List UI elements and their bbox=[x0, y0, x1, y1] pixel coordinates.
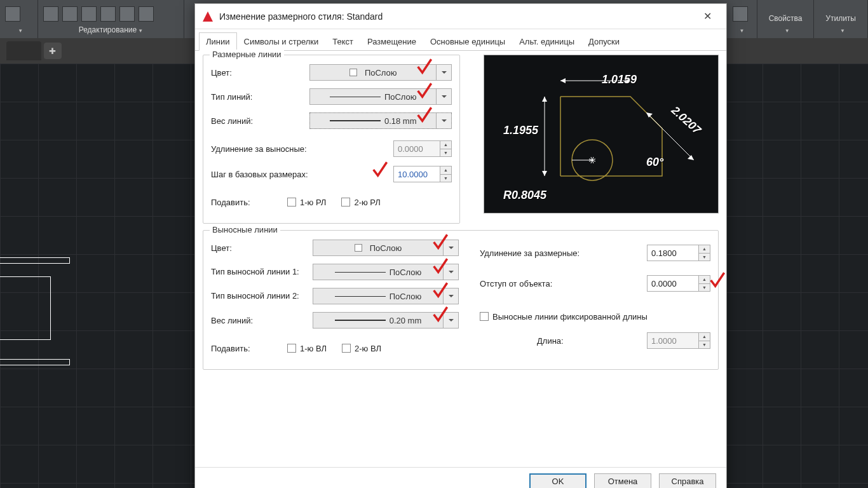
ribbon-tool-icon[interactable] bbox=[733, 6, 748, 22]
dialog-button-bar: OK Отмена Справка bbox=[195, 467, 726, 488]
spinner-up-icon[interactable]: ▲ bbox=[699, 245, 710, 254]
ribbon-tool-icon[interactable] bbox=[119, 6, 135, 22]
chevron-down-icon bbox=[443, 264, 458, 280]
ext-color-label: Цвет: bbox=[211, 243, 313, 253]
spinner-down-icon[interactable]: ▼ bbox=[440, 149, 451, 157]
checkbox-label: 1-ю РЛ bbox=[300, 198, 326, 207]
ribbon-tool-icon[interactable] bbox=[139, 6, 154, 22]
ext-linetype2-combo[interactable]: ПоСлою bbox=[313, 288, 459, 304]
extend-beyond-dim-spinner[interactable]: ▲▼ bbox=[647, 245, 710, 261]
svg-marker-0 bbox=[203, 11, 213, 22]
spinner-input[interactable] bbox=[394, 166, 440, 182]
fixed-length-spinner[interactable]: ▲▼ bbox=[647, 332, 710, 349]
suppress-dim1-checkbox[interactable]: 1-ю РЛ bbox=[287, 198, 326, 207]
preview-dim-value: 1.0159 bbox=[602, 73, 637, 86]
baseline-spacing-spinner[interactable]: ▲▼ bbox=[393, 166, 452, 182]
lineweight-combo[interactable]: 0.18 mm bbox=[309, 112, 452, 129]
spinner-down-icon[interactable]: ▼ bbox=[699, 254, 710, 261]
ribbon-panel-label[interactable] bbox=[5, 24, 32, 36]
ribbon-tool-icon[interactable] bbox=[5, 6, 20, 22]
spinner-up-icon[interactable]: ▲ bbox=[440, 166, 451, 175]
preview-dim-value: R0.8045 bbox=[503, 189, 546, 202]
suppress-ext1-checkbox[interactable]: 1-ю ВЛ bbox=[287, 344, 327, 353]
linetype-label: Тип линий: bbox=[211, 92, 309, 102]
svg-marker-7 bbox=[542, 97, 547, 102]
ribbon-tool-icon[interactable] bbox=[62, 6, 78, 22]
linetype-combo[interactable]: ПоСлою bbox=[309, 88, 452, 105]
color-combo[interactable]: ПоСлою bbox=[309, 64, 452, 81]
dialog-body: Размерные линии Цвет: ПоСлою Тип линий: … bbox=[195, 51, 726, 467]
extension-lines-group: Выносные линии Цвет: ПоСлою Тип выносной… bbox=[203, 230, 719, 370]
cancel-button[interactable]: Отмена bbox=[594, 473, 651, 489]
chevron-down-icon bbox=[436, 113, 451, 128]
spinner-up-icon[interactable]: ▲ bbox=[699, 276, 710, 284]
combo-value: ПоСлою bbox=[370, 243, 402, 253]
line-sample-icon bbox=[330, 120, 381, 121]
ext-lineweight-combo[interactable]: 0.20 mm bbox=[313, 312, 459, 329]
spinner-input[interactable] bbox=[648, 245, 698, 261]
ribbon-tool-icon[interactable] bbox=[100, 6, 116, 22]
ribbon-panel-dd[interactable] bbox=[766, 24, 805, 36]
drawing-shape bbox=[0, 257, 121, 372]
ribbon-panel-edit[interactable]: Редактирование bbox=[43, 24, 179, 36]
preview-dim-value: 60° bbox=[646, 156, 663, 169]
svg-marker-4 bbox=[560, 78, 566, 83]
checkbox-box-icon bbox=[287, 198, 296, 207]
ok-button[interactable]: OK bbox=[529, 473, 587, 489]
combo-value: 0.18 mm bbox=[384, 116, 417, 126]
spinner-down-icon[interactable]: ▼ bbox=[699, 284, 710, 292]
ext-suppress-label: Подавить: bbox=[211, 344, 287, 353]
spinner-up-icon[interactable]: ▲ bbox=[699, 333, 710, 341]
combo-value: ПоСлою bbox=[384, 92, 417, 102]
ribbon-panel-dd[interactable] bbox=[823, 24, 858, 36]
group-legend: Размерные линии bbox=[210, 50, 284, 59]
ext-color-combo[interactable]: ПоСлою bbox=[313, 240, 459, 256]
ext-lineweight-label: Вес линий: bbox=[211, 316, 313, 325]
help-button[interactable]: Справка bbox=[659, 473, 716, 489]
group-legend: Выносные линии bbox=[210, 225, 280, 234]
ext-linetype1-combo[interactable]: ПоСлою bbox=[313, 264, 459, 280]
spinner-down-icon[interactable]: ▼ bbox=[440, 175, 451, 182]
extend-beyond-ticks-spinner[interactable]: ▲▼ bbox=[393, 140, 452, 157]
tab-primary-units[interactable]: Основные единицы bbox=[423, 32, 512, 51]
tab-lines[interactable]: Линии bbox=[199, 32, 237, 51]
chevron-down-icon bbox=[443, 288, 458, 304]
close-button[interactable]: ✕ bbox=[695, 4, 720, 29]
svg-marker-10 bbox=[646, 112, 653, 118]
fixed-length-checkbox[interactable]: Выносные линии фиксированной длины bbox=[480, 312, 648, 322]
ribbon-tool-icon[interactable] bbox=[81, 6, 97, 22]
chevron-down-icon bbox=[443, 313, 458, 328]
spinner-down-icon[interactable]: ▼ bbox=[699, 341, 710, 349]
dialog-titlebar: Изменение размерного стиля: Standard ✕ bbox=[195, 4, 726, 29]
baseline-spacing-label: Шаг в базовых размерах: bbox=[211, 170, 338, 179]
ribbon-panel-utilities[interactable]: Утилиты bbox=[823, 13, 858, 24]
ribbon-panel-label[interactable] bbox=[733, 24, 748, 36]
combo-value: ПоСлою bbox=[390, 292, 422, 301]
suppress-label: Подавить: bbox=[211, 198, 287, 207]
ribbon-tool-icon[interactable] bbox=[43, 6, 58, 22]
ribbon-panel-properties[interactable]: Свойства bbox=[766, 13, 805, 24]
chevron-down-icon bbox=[443, 240, 458, 255]
tab-symbols-arrows[interactable]: Символы и стрелки bbox=[237, 32, 326, 51]
spinner-input bbox=[394, 141, 440, 156]
checkbox-label: 2-ю РЛ bbox=[354, 198, 380, 207]
new-tab-button[interactable]: ✚ bbox=[44, 43, 62, 59]
tab-text[interactable]: Текст bbox=[325, 32, 360, 51]
extend-beyond-dim-label: Удлинение за размерные: bbox=[480, 248, 607, 258]
spinner-up-icon[interactable]: ▲ bbox=[440, 141, 451, 149]
spinner-input bbox=[648, 333, 698, 348]
tab-alternate-units[interactable]: Альт. единицы bbox=[512, 32, 581, 51]
checkbox-box-icon bbox=[342, 344, 351, 353]
offset-from-origin-spinner[interactable]: ▲▼ bbox=[647, 275, 710, 292]
spinner-input[interactable] bbox=[648, 276, 698, 291]
extend-beyond-ticks-label: Удлинение за выносные: bbox=[211, 144, 338, 154]
ribbon-right-panels: Свойства Утилиты bbox=[724, 0, 868, 38]
svg-marker-11 bbox=[688, 155, 694, 160]
svg-marker-8 bbox=[542, 171, 547, 176]
suppress-dim2-checkbox[interactable]: 2-ю РЛ bbox=[341, 198, 380, 207]
document-tab[interactable] bbox=[6, 41, 41, 60]
line-sample-icon bbox=[335, 320, 386, 321]
tab-fit[interactable]: Размещение bbox=[360, 32, 423, 51]
suppress-ext2-checkbox[interactable]: 2-ю ВЛ bbox=[342, 344, 381, 353]
tab-tolerances[interactable]: Допуски bbox=[581, 32, 627, 51]
